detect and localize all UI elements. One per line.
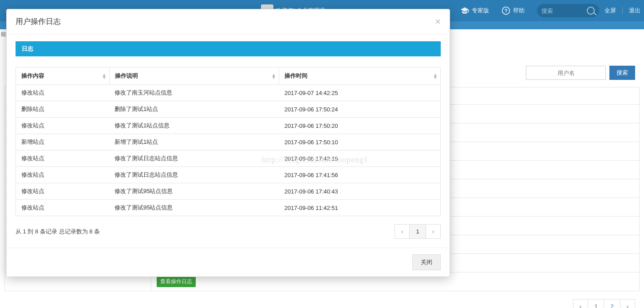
log-header-row: 操作内容▴▾ 操作说明▴▾ 操作时间▴▾ [16, 67, 441, 85]
table-row: 修改站点修改了测试95站点信息2017-09-06 17:40:43 [16, 183, 441, 200]
table-row: 修改站点修改了测试1站点信息2017-09-06 17:50:20 [16, 118, 441, 134]
modal-next-page[interactable]: › [426, 224, 441, 239]
modal-prev-page[interactable]: ‹ [395, 224, 410, 239]
table-row: 修改站点修改了测试日志站点信息2017-09-06 17:41:56 [16, 167, 441, 183]
table-row: 修改站点修改了测试95站点信息2017-09-06 11:42:51 [16, 200, 441, 216]
log-cell: 2017-09-06 17:42:15 [279, 150, 441, 167]
log-cell: 修改站点 [16, 150, 110, 167]
log-cell: 新增了测试1站点 [109, 134, 279, 150]
modal-pager-row: 从 1 到 8 条记录 总记录数为 8 条 ‹ 1 › [16, 224, 441, 239]
log-cell: 2017-09-07 14:42:25 [279, 85, 441, 101]
modal-header: 用户操作日志 × [7, 9, 450, 34]
log-cell: 修改了测试1站点信息 [109, 118, 279, 134]
modal-title: 用户操作日志 [16, 16, 61, 27]
log-cell: 修改了测试日志站点信息 [109, 150, 279, 167]
table-row: 删除站点删除了测试1站点2017-09-06 17:50:24 [16, 101, 441, 118]
sort-icon: ▴▾ [103, 73, 106, 79]
log-cell: 修改站点 [16, 200, 110, 216]
log-cell: 修改站点 [16, 85, 110, 101]
user-log-modal: 用户操作日志 × 日志 操作内容▴▾ 操作说明▴▾ 操作时间▴▾ 修改站点修改了… [6, 9, 450, 277]
log-cell: 新增站点 [16, 134, 110, 150]
log-cell: 2017-09-06 17:50:24 [279, 101, 441, 118]
log-cell: 2017-09-06 17:40:43 [279, 183, 441, 200]
log-cell: 修改站点 [16, 167, 110, 183]
sort-icon: ▴▾ [273, 73, 275, 79]
log-cell: 修改了测试95站点信息 [109, 200, 279, 216]
modal-body: 日志 操作内容▴▾ 操作说明▴▾ 操作时间▴▾ 修改站点修改了南玉河站点信息20… [7, 34, 450, 248]
log-cell: 修改站点 [16, 118, 110, 134]
log-cell: 修改了测试日志站点信息 [109, 167, 279, 183]
log-cell: 2017-09-06 17:50:10 [279, 134, 441, 150]
log-cell: 修改站点 [16, 183, 110, 200]
log-cell: 2017-09-06 11:42:51 [279, 200, 441, 216]
modal-footer: 关闭 [7, 248, 450, 276]
log-cell: 2017-09-06 17:50:20 [279, 118, 441, 134]
log-cell: 2017-09-06 17:41:56 [279, 167, 441, 183]
sort-icon: ▴▾ [434, 73, 437, 79]
log-cell: 修改了测试95站点信息 [109, 183, 279, 200]
col-op-time[interactable]: 操作时间▴▾ [279, 67, 441, 85]
table-row: 修改站点修改了测试日志站点信息2017-09-06 17:42:15 [16, 150, 441, 167]
panel-title: 日志 [16, 41, 441, 56]
close-button[interactable]: 关闭 [412, 254, 441, 270]
close-icon[interactable]: × [435, 17, 441, 27]
pager-info: 从 1 到 8 条记录 总记录数为 8 条 [16, 228, 100, 236]
log-cell: 删除了测试1站点 [109, 101, 279, 118]
table-row: 新增站点新增了测试1站点2017-09-06 17:50:10 [16, 134, 441, 150]
log-cell: 删除站点 [16, 101, 110, 118]
log-table: 操作内容▴▾ 操作说明▴▾ 操作时间▴▾ 修改站点修改了南玉河站点信息2017-… [16, 67, 441, 216]
col-op-desc[interactable]: 操作说明▴▾ [109, 67, 279, 85]
table-row: 修改站点修改了南玉河站点信息2017-09-07 14:42:25 [16, 85, 441, 101]
modal-page-1[interactable]: 1 [410, 224, 426, 239]
col-op-content[interactable]: 操作内容▴▾ [16, 67, 110, 85]
log-cell: 修改了南玉河站点信息 [109, 85, 279, 101]
modal-pagination: ‹ 1 › [395, 224, 441, 239]
